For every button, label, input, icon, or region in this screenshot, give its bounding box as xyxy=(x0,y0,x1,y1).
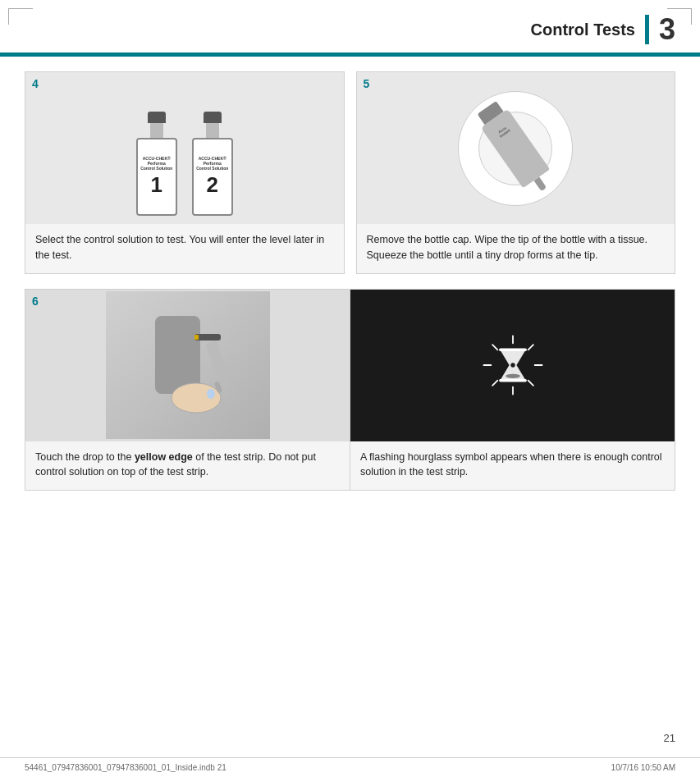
page-number: 21 xyxy=(664,732,675,744)
step-6-text-bold: yellow edge xyxy=(135,451,193,463)
step-4-number: 4 xyxy=(32,77,39,90)
step-6-left: Touch the drop to the yellow edge of the… xyxy=(25,290,350,491)
bottle-1: ACCU-CHEK®PerformaControl Solution 1 xyxy=(136,112,177,216)
bottle-2-cap xyxy=(204,112,222,123)
step-6-left-image xyxy=(25,290,350,441)
header-divider xyxy=(645,15,649,44)
step-6-panel: 6 xyxy=(25,289,675,491)
step-5-number: 5 xyxy=(364,77,370,90)
circles-background: AccuInstant xyxy=(433,83,597,214)
svg-rect-3 xyxy=(194,335,199,340)
bottles-image: ACCU-CHEK®PerformaControl Solution 1 ACC… xyxy=(136,72,233,224)
main-content: 4 ACCU-CHEK®PerformaControl Solution 1 xyxy=(0,71,700,491)
header-title: Control Tests xyxy=(531,21,635,39)
bottle-2-number: 2 xyxy=(207,172,218,198)
bottle-1-body: ACCU-CHEK®PerformaControl Solution 1 xyxy=(136,138,177,216)
svg-point-20 xyxy=(510,363,515,367)
step-6-right-text: A flashing hourglass symbol appears when… xyxy=(350,441,675,491)
step-4-panel: 4 ACCU-CHEK®PerformaControl Solution 1 xyxy=(25,71,345,274)
teal-accent-line xyxy=(0,53,700,57)
svg-line-15 xyxy=(492,381,497,386)
step-6-right: A flashing hourglass symbol appears when… xyxy=(350,290,675,491)
steps-row-top: 4 ACCU-CHEK®PerformaControl Solution 1 xyxy=(25,71,675,274)
svg-point-21 xyxy=(506,374,520,378)
crop-mark-top-left xyxy=(8,8,33,25)
page-header: Control Tests 3 xyxy=(0,0,700,44)
step-6-left-text: Touch the drop to the yellow edge of the… xyxy=(25,441,350,491)
svg-rect-19 xyxy=(499,379,527,382)
step-6-text-before-bold: Touch the drop to the xyxy=(35,451,135,463)
svg-line-12 xyxy=(492,345,497,350)
step-4-text: Select the control solution to test. You… xyxy=(25,224,344,273)
bottle-5-logo: AccuInstant xyxy=(491,121,517,143)
svg-line-13 xyxy=(528,381,533,386)
step-5-text: Remove the bottle cap. Wipe the tip of t… xyxy=(357,224,675,273)
svg-rect-18 xyxy=(499,349,527,352)
svg-point-7 xyxy=(207,389,215,399)
svg-rect-1 xyxy=(155,316,200,394)
bottle-2: ACCU-CHEK®PerformaControl Solution 2 xyxy=(192,112,233,216)
bottle-2-body: ACCU-CHEK®PerformaControl Solution 2 xyxy=(192,138,233,216)
touch-illustration xyxy=(106,291,270,439)
step-5-panel: 5 AccuInstant Remove the bottle cap. Wip… xyxy=(356,71,676,274)
svg-line-14 xyxy=(528,345,533,350)
footer-file-info: 54461_07947836001_07947836001_01_Inside.… xyxy=(25,763,226,772)
hourglass-rays-container xyxy=(480,332,546,398)
bottle-1-cap xyxy=(148,112,166,123)
step-4-image: ACCU-CHEK®PerformaControl Solution 1 ACC… xyxy=(25,72,344,224)
step-5-image: AccuInstant xyxy=(357,72,675,224)
bottle-2-brand: ACCU-CHEK®PerformaControl Solution xyxy=(196,156,228,171)
crop-mark-top-right xyxy=(667,8,692,25)
hourglass-svg xyxy=(480,328,546,402)
footer: 54461_07947836001_07947836001_01_Inside.… xyxy=(0,757,700,777)
bottle-1-brand: ACCU-CHEK®PerformaControl Solution xyxy=(140,156,172,171)
footer-date-info: 10/7/16 10:50 AM xyxy=(611,763,675,772)
bottle-1-neck xyxy=(150,123,163,138)
step-6-dark-image xyxy=(350,290,675,441)
step-6-number: 6 xyxy=(32,295,39,308)
bottle-1-number: 1 xyxy=(151,172,162,198)
bottle-2-neck xyxy=(206,123,219,138)
svg-point-4 xyxy=(172,383,221,413)
step-6-inner: Touch the drop to the yellow edge of the… xyxy=(25,290,675,491)
